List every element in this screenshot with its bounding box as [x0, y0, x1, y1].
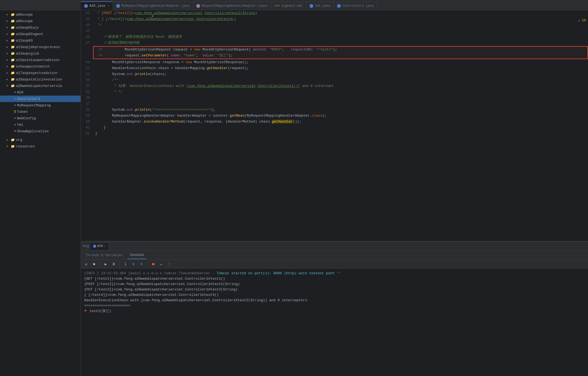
- sidebar-item-a16aop[interactable]: ▶ 📁 a16aoppointmatch: [0, 63, 81, 70]
- line-content: HandlerExecutionChain chain = handlerMap…: [93, 65, 588, 71]
- sidebar-item-a13aop[interactable]: ▶ 📁 a13aopjdkproxyprocess: [0, 44, 81, 50]
- line-number: 49: [94, 53, 106, 59]
- debug-tab-a20[interactable]: A20 ×: [90, 243, 109, 250]
- chevron-icon: ▶: [6, 138, 10, 141]
- chevron-icon: ▶: [6, 13, 10, 16]
- tab-label-logback: logback.xml: [281, 4, 302, 8]
- sidebar-item-myrequestmapping[interactable]: ▶ ● MyRequestMapping: [0, 102, 81, 109]
- line-content: MockHttpServletResponse response = new M…: [93, 59, 588, 65]
- tab-icon-logback: </>: [274, 4, 280, 8]
- warning-badge: ⚠ 10: [578, 18, 586, 22]
- restart-button[interactable]: ↺: [83, 261, 89, 267]
- sidebar-label: ShowApplication: [17, 129, 49, 133]
- tab-logback[interactable]: </> logback.xml: [271, 1, 306, 10]
- line-content: //近回处理则行链对链: [93, 40, 588, 46]
- console-text: HandlerExecutionChain with [com.feng.a20…: [84, 298, 307, 302]
- tab-requestmappinghandler[interactable]: RequestMappingHandlerAdapter.class: [193, 1, 271, 10]
- console-line-test4: { [/test4]}=com.feng.a20webdispatcherser…: [84, 292, 585, 298]
- console-output[interactable]: [INFO ] 23:22:53.804 [main] o.s.b.w.e.to…: [81, 269, 588, 376]
- sidebar-item-token[interactable]: ▶ @ Token: [0, 109, 81, 115]
- sidebar-label: org: [16, 138, 22, 142]
- resume-button[interactable]: ▶: [103, 261, 109, 267]
- step-over-button[interactable]: ⤵: [122, 261, 128, 267]
- line-number: 47: [81, 40, 93, 46]
- console-text: {GET [/test1]}=com.feng.a20webdispatcher…: [84, 277, 225, 281]
- sidebar-item-a20class[interactable]: ▶ ● A20: [0, 89, 81, 96]
- class-icon: ●: [14, 123, 16, 127]
- tab-console[interactable]: Console: [128, 252, 146, 259]
- tab-label-a20java: A20.java: [90, 4, 105, 8]
- code-editor[interactable]: ➤ 42 * {POST [/test2]}=com.feng.a20webdi…: [81, 10, 588, 241]
- sidebar-item-org[interactable]: ▶ 📁 org: [0, 137, 81, 143]
- folder-icon: 📁: [11, 19, 15, 23]
- tab-myrequestmapping[interactable]: MyRequestMappingHandlerAdapter.java: [113, 1, 193, 10]
- sidebar-label: a12aop03: [16, 39, 33, 43]
- sidebar-item-a15aop[interactable]: ▶ 📁 a15pointaspectadvisor: [0, 57, 81, 63]
- folder-icon: 📁: [11, 32, 15, 36]
- tab-bar: A20.java × MyRequestMappingHandlerAdapte…: [0, 0, 588, 10]
- evaluate-button[interactable]: ✏: [158, 261, 164, 267]
- sidebar-item-webconfig[interactable]: ▶ ● WebConfig: [0, 115, 81, 121]
- class-icon: ●: [14, 90, 16, 94]
- sidebar-item-a10aop02agent[interactable]: ▶ 📁 a10aop02agent: [0, 31, 81, 37]
- sidebar-label: a09scope: [16, 19, 33, 23]
- line-number: 58: [81, 107, 93, 113]
- chevron-icon: ▶: [6, 58, 10, 62]
- sidebar-item-a08scope[interactable]: ▶ 📁 a08scope: [0, 11, 81, 18]
- sidebar-item-a09scope[interactable]: ▶ 📁 a09scope: [0, 18, 81, 24]
- sidebar-item-yml[interactable]: ▶ ● Yml: [0, 121, 81, 128]
- folder-icon: 📁: [11, 77, 15, 82]
- console-line-result: ➤ test2(张三): [84, 309, 585, 314]
- line-content: MockHttpServletRequest request = new Moc…: [106, 47, 587, 53]
- sidebar-item-a14aop[interactable]: ▶ 📁 a14aopcglib: [0, 50, 81, 57]
- sidebar-item-a17aop[interactable]: ▶ 📁 a17aopaspectsadvisor: [0, 70, 81, 76]
- tab-label-requestmappinghandler: RequestMappingHandlerAdapter.class: [202, 4, 268, 8]
- more-button[interactable]: ⋮: [166, 261, 172, 267]
- sidebar-item-a10aop01ajc[interactable]: ▶ 📁 a10aop01ajc: [0, 24, 81, 31]
- line-content: System.out.println(chain);: [93, 71, 588, 77]
- sidebar-item-a18aop[interactable]: ▶ 📁 a18aopstaticlnvocation: [0, 76, 81, 83]
- stop-button[interactable]: ■: [91, 261, 97, 267]
- step-into-button[interactable]: ⬇: [130, 261, 136, 267]
- line-content: MyRequestMappingHandlerAdapter handlerAd…: [93, 113, 588, 119]
- chevron-icon: ▶: [6, 39, 10, 42]
- step-out-button[interactable]: ⬆: [139, 261, 145, 267]
- tab-yml[interactable]: Yml.java: [306, 1, 334, 10]
- class-icon: ●: [14, 103, 16, 107]
- sidebar-item-a20web[interactable]: ▼ 📁 a20webdispatcherservle: [0, 83, 81, 89]
- line-number: 57: [81, 101, 93, 107]
- line-content: }: [93, 131, 588, 137]
- sidebar-item-showapp[interactable]: ▶ ● ShowApplication: [0, 128, 81, 134]
- sidebar-label: a13aopjdkproxyprocess: [16, 45, 60, 49]
- tab-controller1[interactable]: Controller1.java: [334, 1, 377, 10]
- tab-close-a20java[interactable]: ×: [108, 5, 109, 8]
- folder-icon: 📁: [11, 138, 15, 142]
- run-to-cursor-button[interactable]: ⏺: [150, 261, 156, 267]
- console-text: [INFO ] 23:22:53.804 [main] o.s.b.w.e.to…: [84, 271, 216, 275]
- debug-tab-label: A20: [97, 244, 103, 248]
- folder-icon: 📁: [11, 26, 15, 30]
- sidebar-item-a12aop03[interactable]: ▶ 📁 a12aop03: [0, 37, 81, 44]
- code-line-53: 53 /**: [81, 77, 588, 83]
- sidebar-item-controller1[interactable]: ▶ ● Controller1: [0, 96, 81, 102]
- line-content: * { [/test4]}=com.feng.a20webdispatchers…: [93, 16, 588, 22]
- tab-a20java[interactable]: A20.java ×: [81, 1, 113, 10]
- sidebar-label: Token: [17, 110, 27, 114]
- folder-icon: 📁: [11, 52, 15, 56]
- sidebar-label: a10aop01ajc: [16, 26, 39, 30]
- code-line-59: 59 MyRequestMappingHandlerAdapter handle…: [81, 113, 588, 119]
- chevron-icon: ▶: [6, 32, 10, 36]
- debug-tab-close[interactable]: ×: [104, 245, 106, 248]
- sidebar-item-resources[interactable]: ▼ 📁 resources: [0, 143, 81, 150]
- toolbar-separator: [147, 262, 147, 267]
- line-content: //请求来了，获取控制器的方法 Mock: 模拟请求: [93, 34, 588, 40]
- chevron-icon: ▼: [6, 145, 10, 148]
- console-line-arrows: >>>>>>>>>>>>>>>>>>>>>>: [84, 303, 585, 309]
- code-line-60: 60 handlerAdapter.invokeHandlerMethod(re…: [81, 119, 588, 125]
- code-line-50: 50 MockHttpServletResponse response = ne…: [81, 59, 588, 65]
- code-line-54: 54 * 结果: HandlerExecutionChain with [com…: [81, 83, 588, 89]
- console-toolbar: ↺ ■ ▶ ⏸ ⤵ ⬇ ⬆ ⏺ ✏ ⋮: [81, 260, 588, 269]
- toolbar-separator: [100, 262, 100, 267]
- pause-button[interactable]: ⏸: [111, 261, 117, 267]
- tab-threads-variables[interactable]: Threads & Variables: [83, 252, 125, 259]
